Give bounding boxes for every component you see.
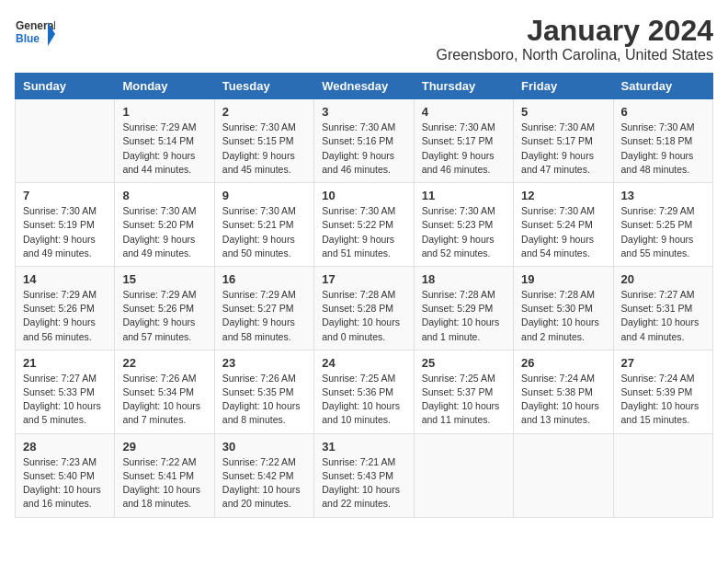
calendar-cell: 8 Sunrise: 7:30 AMSunset: 5:20 PMDayligh… (115, 183, 214, 267)
calendar-cell: 20 Sunrise: 7:27 AMSunset: 5:31 PMDaylig… (613, 266, 712, 350)
header-saturday: Saturday (613, 74, 712, 99)
header-tuesday: Tuesday (214, 74, 313, 99)
day-number: 14 (23, 272, 107, 286)
day-number: 29 (122, 440, 206, 454)
calendar-cell: 10 Sunrise: 7:30 AMSunset: 5:22 PMDaylig… (314, 183, 414, 267)
day-info: Sunrise: 7:30 AMSunset: 5:15 PMDaylight:… (222, 121, 306, 177)
day-info: Sunrise: 7:30 AMSunset: 5:17 PMDaylight:… (422, 121, 506, 177)
day-number: 6 (621, 105, 705, 119)
day-info: Sunrise: 7:30 AMSunset: 5:19 PMDaylight:… (23, 204, 107, 260)
day-number: 2 (222, 105, 306, 119)
day-info: Sunrise: 7:28 AMSunset: 5:30 PMDaylight:… (521, 288, 605, 344)
day-info: Sunrise: 7:25 AMSunset: 5:37 PMDaylight:… (422, 372, 506, 428)
calendar-table: Sunday Monday Tuesday Wednesday Thursday… (15, 73, 713, 517)
calendar-cell: 15 Sunrise: 7:29 AMSunset: 5:26 PMDaylig… (115, 266, 214, 350)
day-info: Sunrise: 7:22 AMSunset: 5:41 PMDaylight:… (122, 455, 206, 511)
calendar-cell: 3 Sunrise: 7:30 AMSunset: 5:16 PMDayligh… (314, 99, 414, 183)
day-info: Sunrise: 7:30 AMSunset: 5:22 PMDaylight:… (322, 204, 405, 260)
day-number: 5 (521, 105, 605, 119)
day-number: 20 (621, 272, 705, 286)
day-info: Sunrise: 7:30 AMSunset: 5:24 PMDaylight:… (521, 204, 605, 260)
calendar-week-row: 28 Sunrise: 7:23 AMSunset: 5:40 PMDaylig… (16, 433, 713, 517)
header-sunday: Sunday (16, 74, 115, 99)
calendar-cell: 17 Sunrise: 7:28 AMSunset: 5:28 PMDaylig… (314, 266, 414, 350)
title-block: January 2024 Greensboro, North Carolina,… (437, 15, 713, 63)
header-row: Sunday Monday Tuesday Wednesday Thursday… (16, 74, 713, 99)
calendar-cell: 13 Sunrise: 7:29 AMSunset: 5:25 PMDaylig… (613, 183, 712, 267)
calendar-cell: 9 Sunrise: 7:30 AMSunset: 5:21 PMDayligh… (214, 183, 313, 267)
calendar-week-row: 7 Sunrise: 7:30 AMSunset: 5:19 PMDayligh… (16, 183, 713, 267)
day-info: Sunrise: 7:21 AMSunset: 5:43 PMDaylight:… (322, 455, 405, 511)
day-info: Sunrise: 7:29 AMSunset: 5:14 PMDaylight:… (122, 121, 206, 177)
calendar-body: 1 Sunrise: 7:29 AMSunset: 5:14 PMDayligh… (16, 99, 713, 517)
day-number: 17 (322, 272, 405, 286)
day-number: 28 (23, 440, 107, 454)
calendar-cell: 30 Sunrise: 7:22 AMSunset: 5:42 PMDaylig… (214, 433, 313, 517)
day-info: Sunrise: 7:22 AMSunset: 5:42 PMDaylight:… (222, 455, 306, 511)
day-number: 23 (222, 356, 306, 370)
logo-svg: General Blue (15, 15, 55, 53)
day-info: Sunrise: 7:24 AMSunset: 5:39 PMDaylight:… (621, 372, 705, 428)
day-info: Sunrise: 7:28 AMSunset: 5:28 PMDaylight:… (322, 288, 405, 344)
calendar-cell: 5 Sunrise: 7:30 AMSunset: 5:17 PMDayligh… (514, 99, 613, 183)
calendar-cell: 21 Sunrise: 7:27 AMSunset: 5:33 PMDaylig… (16, 350, 115, 433)
calendar-cell: 16 Sunrise: 7:29 AMSunset: 5:27 PMDaylig… (214, 266, 313, 350)
page-header: General Blue January 2024 Greensboro, No… (15, 15, 713, 63)
day-info: Sunrise: 7:30 AMSunset: 5:20 PMDaylight:… (122, 204, 206, 260)
calendar-cell: 14 Sunrise: 7:29 AMSunset: 5:26 PMDaylig… (16, 266, 115, 350)
calendar-cell: 26 Sunrise: 7:24 AMSunset: 5:38 PMDaylig… (514, 350, 613, 433)
day-info: Sunrise: 7:29 AMSunset: 5:27 PMDaylight:… (222, 288, 306, 344)
calendar-week-row: 14 Sunrise: 7:29 AMSunset: 5:26 PMDaylig… (16, 266, 713, 350)
day-number: 26 (521, 356, 605, 370)
day-info: Sunrise: 7:24 AMSunset: 5:38 PMDaylight:… (521, 372, 605, 428)
day-number: 1 (122, 105, 206, 119)
day-info: Sunrise: 7:30 AMSunset: 5:16 PMDaylight:… (322, 121, 405, 177)
day-number: 10 (322, 189, 405, 202)
day-info: Sunrise: 7:27 AMSunset: 5:31 PMDaylight:… (621, 288, 705, 344)
day-number: 9 (222, 189, 306, 202)
calendar-cell: 23 Sunrise: 7:26 AMSunset: 5:35 PMDaylig… (214, 350, 313, 433)
day-number: 27 (621, 356, 705, 370)
calendar-cell: 6 Sunrise: 7:30 AMSunset: 5:18 PMDayligh… (613, 99, 712, 183)
header-friday: Friday (514, 74, 613, 99)
day-info: Sunrise: 7:23 AMSunset: 5:40 PMDaylight:… (23, 455, 107, 511)
day-number: 30 (222, 440, 306, 454)
day-number: 3 (322, 105, 405, 119)
day-number: 31 (322, 440, 405, 454)
header-wednesday: Wednesday (314, 74, 414, 99)
day-info: Sunrise: 7:26 AMSunset: 5:34 PMDaylight:… (122, 372, 206, 428)
calendar-cell: 27 Sunrise: 7:24 AMSunset: 5:39 PMDaylig… (613, 350, 712, 433)
day-number: 12 (521, 189, 605, 202)
calendar-cell (514, 433, 613, 517)
day-number: 11 (422, 189, 506, 202)
calendar-cell: 29 Sunrise: 7:22 AMSunset: 5:41 PMDaylig… (115, 433, 214, 517)
calendar-cell: 11 Sunrise: 7:30 AMSunset: 5:23 PMDaylig… (414, 183, 513, 267)
day-number: 13 (621, 189, 705, 202)
calendar-cell: 12 Sunrise: 7:30 AMSunset: 5:24 PMDaylig… (514, 183, 613, 267)
svg-text:Blue: Blue (16, 32, 40, 45)
calendar-cell (16, 99, 115, 183)
day-info: Sunrise: 7:27 AMSunset: 5:33 PMDaylight:… (23, 372, 107, 428)
day-info: Sunrise: 7:30 AMSunset: 5:23 PMDaylight:… (422, 204, 506, 260)
day-number: 18 (422, 272, 506, 286)
day-info: Sunrise: 7:29 AMSunset: 5:25 PMDaylight:… (621, 204, 705, 260)
calendar-cell: 22 Sunrise: 7:26 AMSunset: 5:34 PMDaylig… (115, 350, 214, 433)
calendar-subtitle: Greensboro, North Carolina, United State… (437, 47, 713, 63)
day-info: Sunrise: 7:25 AMSunset: 5:36 PMDaylight:… (322, 372, 405, 428)
day-number: 4 (422, 105, 506, 119)
header-monday: Monday (115, 74, 214, 99)
calendar-cell: 1 Sunrise: 7:29 AMSunset: 5:14 PMDayligh… (115, 99, 214, 183)
day-info: Sunrise: 7:28 AMSunset: 5:29 PMDaylight:… (422, 288, 506, 344)
day-info: Sunrise: 7:29 AMSunset: 5:26 PMDaylight:… (23, 288, 107, 344)
day-number: 24 (322, 356, 405, 370)
calendar-title: January 2024 (437, 15, 713, 47)
calendar-cell (414, 433, 513, 517)
calendar-cell: 24 Sunrise: 7:25 AMSunset: 5:36 PMDaylig… (314, 350, 414, 433)
day-number: 8 (122, 189, 206, 202)
calendar-cell: 18 Sunrise: 7:28 AMSunset: 5:29 PMDaylig… (414, 266, 513, 350)
day-info: Sunrise: 7:29 AMSunset: 5:26 PMDaylight:… (122, 288, 206, 344)
day-number: 15 (122, 272, 206, 286)
calendar-cell: 31 Sunrise: 7:21 AMSunset: 5:43 PMDaylig… (314, 433, 414, 517)
calendar-cell: 4 Sunrise: 7:30 AMSunset: 5:17 PMDayligh… (414, 99, 513, 183)
logo: General Blue (15, 15, 55, 53)
